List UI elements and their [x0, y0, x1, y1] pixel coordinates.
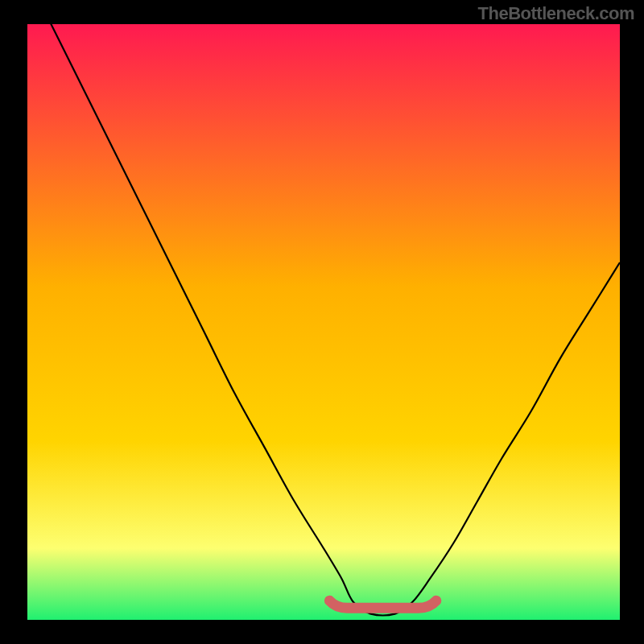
chart-frame: TheBottleneck.com: [0, 0, 644, 644]
plot-area: [27, 24, 620, 620]
watermark-text: TheBottleneck.com: [478, 3, 634, 24]
gradient-background: [27, 24, 620, 620]
bottleneck-plot-svg: [27, 24, 620, 620]
